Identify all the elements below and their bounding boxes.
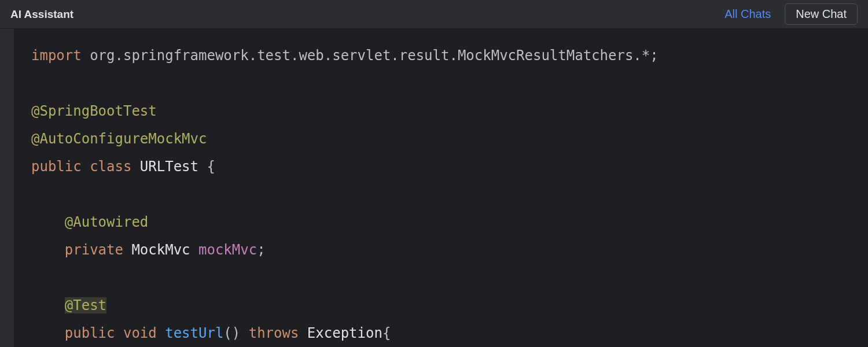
code-token-annotation: @Test: [65, 297, 106, 313]
code-token-type: URLTest: [131, 158, 207, 175]
code-indent: [31, 242, 65, 258]
header-actions: All Chats New Chat: [724, 3, 858, 25]
all-chats-link[interactable]: All Chats: [724, 8, 771, 21]
code-block[interactable]: import org.springframework.test.web.serv…: [14, 29, 868, 347]
code-token-annotation: @Autowired: [65, 214, 149, 230]
code-token-keyword: private: [65, 242, 123, 258]
code-token-method: testUrl: [157, 325, 224, 341]
code-token-keyword: throws: [249, 325, 299, 341]
code-token-annotation: @SpringBootTest: [31, 103, 157, 119]
code-token-punct: {: [382, 325, 391, 341]
code-token: org.springframework.test.web.servlet.res…: [82, 47, 659, 64]
code-token-punct: (): [223, 325, 248, 341]
code-token-type: MockMvc: [123, 242, 198, 258]
code-token-keyword: void: [115, 325, 157, 341]
panel-title: AI Assistant: [10, 8, 73, 21]
code-indent: [31, 214, 65, 230]
code-token-keyword: public: [31, 158, 82, 175]
header-bar: AI Assistant All Chats New Chat: [0, 0, 868, 29]
code-token-annotation: @AutoConfigureMockMvc: [31, 131, 207, 147]
left-gutter: [0, 29, 14, 347]
code-token-keyword: public: [65, 325, 115, 341]
code-indent: [31, 297, 65, 313]
code-token-type: Exception: [299, 325, 382, 341]
new-chat-button[interactable]: New Chat: [785, 3, 858, 25]
code-token-punct: ;: [257, 242, 265, 258]
code-token-keyword: import: [31, 47, 82, 64]
code-indent: [31, 325, 65, 341]
code-token-keyword: class: [82, 158, 132, 175]
code-token-punct: {: [207, 158, 215, 175]
content-area: import org.springframework.test.web.serv…: [0, 29, 868, 347]
code-token-field: mockMvc: [198, 242, 257, 258]
